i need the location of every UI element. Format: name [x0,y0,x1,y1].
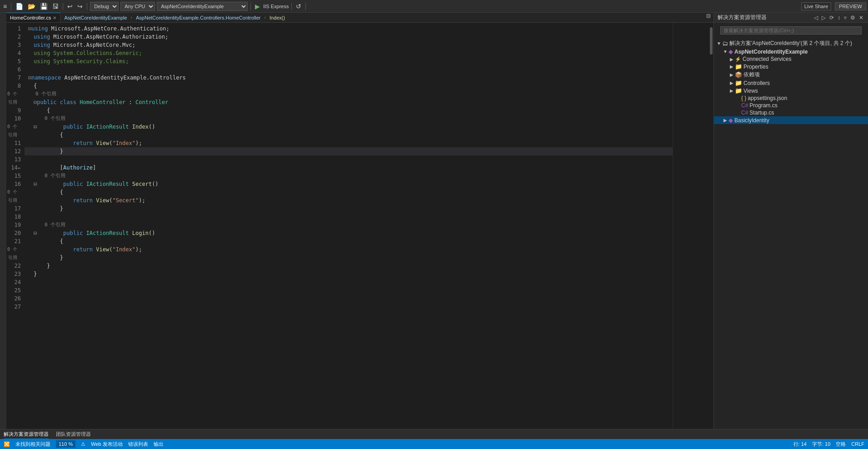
code-line-12: { [25,131,673,139]
save-icon[interactable]: 💾 [39,2,49,11]
undo-icon[interactable]: ↩ [66,2,74,11]
dependencies-label: 依赖项 [743,71,760,79]
open-icon[interactable]: 📂 [26,2,37,11]
redo-icon[interactable]: ↪ [76,2,84,11]
connected-label: Connected Services [743,56,791,62]
new-file-icon[interactable]: 📄 [14,2,25,11]
code-line-26: } [25,262,673,270]
code-line-5: using System.Security.Claims; [25,57,673,65]
properties-folder-icon: 📁 [735,63,742,70]
code-line-21 [25,213,673,221]
connected-icon: ⚡ [735,56,741,62]
bottom-tab-team-explorer[interactable]: 团队资源管理器 [56,430,91,439]
code-line-9-ref: 0 个引用 [25,90,673,98]
code-line-8: { [25,82,673,90]
sep5 [291,3,292,10]
code-line-11-ref: 0 个引用 [25,115,673,123]
cpu-dropdown[interactable]: Any CPU [120,2,155,11]
panel-icon-sync[interactable]: ⟳ [828,14,835,21]
status-output[interactable]: 输出 [154,441,164,448]
live-share-button[interactable]: Live Share [801,2,832,10]
refresh-icon[interactable]: ↺ [294,2,303,11]
vs-menu-icon[interactable]: ≡ [2,2,8,11]
tree-arrow-controllers: ▶ [728,80,735,85]
appsettings-icon: { } [741,95,746,101]
tab-homecontroller-close[interactable]: ✕ [53,15,56,20]
views-folder-icon: 📁 [735,87,742,94]
tree-arrow-proj2: ▶ [722,118,728,123]
debug-config-dropdown[interactable]: Debug [90,2,119,11]
code-content[interactable]: ⊟using Microsoft.AspNetCore.Authenticati… [25,23,673,429]
panel-icon-filter[interactable]: ▿ [843,14,848,21]
tree-item-views[interactable]: ▶ 📁 Views [714,87,868,95]
status-web[interactable]: Web 发布活动 [91,441,122,448]
run-button[interactable]: ▶ [254,2,261,11]
tree-item-properties[interactable]: ▶ 📁 Properties [714,63,868,70]
vscroll-thumb[interactable] [710,27,713,55]
tree-item-appsettings[interactable]: ▶ { } appsettings.json [714,95,868,102]
statusbar-error-icon[interactable]: ⚠ [81,441,85,447]
save-all-icon[interactable]: 🖫 [51,2,60,11]
statusbar-left: 🔀 未找到相关问题 110 % ⚠ [4,440,85,448]
code-line-22: ⊟ public IActionResult Login() [25,229,673,237]
project-dropdown[interactable]: AspNetCoreIdentityExample [157,2,248,11]
tree-item-startup[interactable]: ▶ C# Startup.cs [714,109,868,116]
tree-arrow-proj1: ▼ [722,49,728,54]
activity-bar [0,13,6,429]
tree-item-program[interactable]: ▶ C# Program.cs [714,102,868,109]
code-line-23: { [25,237,673,245]
code-editor: 1 2 3 4 5 6 7 8 0 个引用 9 10 0 个引用 11 12 1… [6,23,713,429]
bottom-tab-solution-explorer[interactable]: 解决方案资源管理器 [4,430,49,439]
status-errors[interactable]: 错误列表 [128,441,148,448]
tree-item-dependencies[interactable]: ▶ 📦 依赖项 [714,70,868,79]
sep2 [63,3,63,10]
split-editor-icon[interactable]: ⊟ [703,13,713,22]
statusbar-right: 行: 14 字节: 10 空格 CRLF [793,441,864,448]
status-spaces[interactable]: 空格 [836,441,846,448]
panel-icon-close[interactable]: ✕ [858,14,864,21]
project1-icon: ◆ [728,48,733,55]
statusbar-no-issues[interactable]: 未找到相关问题 [15,441,50,448]
status-encoding[interactable]: CRLF [851,441,864,447]
tree-arrow-views: ▶ [728,88,735,93]
status-line[interactable]: 行: 14 [793,441,807,448]
solution-explorer-title: 解决方案资源管理器 [718,14,811,21]
code-line-3: using Microsoft.AspNetCore.Mvc; [25,41,673,49]
tree-item-solution[interactable]: ▼ 🗂 解决方案'AspNetCoreIdentity'(第 2 个项目, 共 … [714,39,868,48]
startup-cs-icon: C# [741,110,748,116]
breadcrumb-method[interactable]: Index() [269,15,285,20]
toolbar-sep-1 [11,3,11,10]
breadcrumb-class[interactable]: AspNetCoreIdentityExample.Controllers.Ho… [136,15,261,20]
preview-button[interactable]: PREVIEW [835,2,866,10]
statusbar-zoom[interactable]: 110 % [56,440,75,448]
tab-homecontroller[interactable]: HomeController.cs ✕ [6,13,60,22]
panel-icon-back[interactable]: ◁ [813,14,819,21]
tree-item-proj1[interactable]: ▼ ◆ AspNetCoreIdentityExample [714,48,868,55]
proj2-label: BasiclyIdentity [734,117,769,124]
tree-item-proj2[interactable]: ▶ ◆ BasiclyIdentity [714,116,868,124]
breadcrumb-proj[interactable]: AspNetCoreIdentityExample [64,15,127,20]
statusbar-git[interactable]: 🔀 [4,441,10,447]
panel-icon-settings[interactable]: ⚙ [849,14,856,21]
panel-icon-collapse[interactable]: ↕ [837,14,841,21]
panel-toolbar: ◁ ▷ ⟳ ↕ ▿ ⚙ ✕ [813,14,864,21]
solution-search-input[interactable] [720,26,862,35]
code-line-10: { [25,106,673,115]
panel-icon-forward[interactable]: ▷ [821,14,827,21]
status-col[interactable]: 字节: 10 [812,441,830,448]
controllers-folder-icon: 📁 [735,80,742,86]
solution-tree: ▼ 🗂 解决方案'AspNetCoreIdentity'(第 2 个项目, 共 … [714,38,868,429]
code-line-18: { [25,188,673,196]
program-label: Program.cs [749,102,777,109]
dependencies-folder-icon: 📦 [735,71,742,78]
tree-arrow-solution: ▼ [716,41,722,46]
tree-item-connected-services[interactable]: ▶ ⚡ Connected Services [714,55,868,63]
tab-homecontroller-label: HomeController.cs [10,15,51,20]
line-numbers: 1 2 3 4 5 6 7 8 0 个引用 9 10 0 个引用 11 12 1… [6,23,25,429]
code-line-4: using System.Collections.Generic; [25,49,673,57]
tree-arrow-properties: ▶ [728,64,735,69]
code-line-2: using Microsoft.AspNetCore.Authorization… [25,33,673,41]
bottom-panel-tabs: 解决方案资源管理器 团队资源管理器 [0,429,868,439]
appsettings-label: appsettings.json [748,95,787,101]
tree-item-controllers[interactable]: ▶ 📁 Controllers [714,79,868,87]
